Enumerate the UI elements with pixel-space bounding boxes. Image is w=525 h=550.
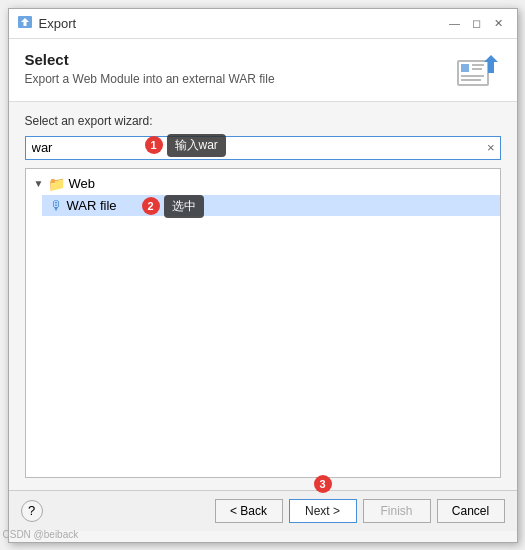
header-title: Select [25,51,275,68]
search-row: × [25,136,501,160]
finish-button[interactable]: Finish [363,499,431,523]
title-bar-left: Export [17,15,77,31]
chevron-down-icon: ▼ [34,178,44,189]
tree-children: 🎙 WAR file 2 选中 [26,195,500,216]
header-text: Select Export a Web Module into an exter… [25,51,275,86]
restore-button[interactable]: ◻ [467,13,487,33]
title-controls: — ◻ ✕ [445,13,509,33]
war-file-row: 🎙 WAR file 2 选中 [42,195,500,216]
svg-rect-7 [461,79,481,81]
header-description: Export a Web Module into an external WAR… [25,72,275,86]
footer-section: ? < Back Next > 3 Finish Cancel [9,490,517,531]
war-file-icon: 🎙 [50,198,63,213]
close-button[interactable]: ✕ [489,13,509,33]
export-large-icon [456,53,498,89]
svg-rect-5 [472,68,482,70]
title-bar: Export — ◻ ✕ [9,9,517,39]
folder-icon: 📁 [48,176,65,192]
clear-button[interactable]: × [485,141,497,154]
minimize-button[interactable]: — [445,13,465,33]
window-title: Export [39,16,77,31]
search-container: × 1 输入war [25,136,501,160]
watermark: CSDN @beiback [3,529,511,540]
header-section: Select Export a Web Module into an exter… [9,39,517,102]
wizard-label: Select an export wizard: [25,114,501,128]
footer-right: < Back Next > 3 Finish Cancel [215,499,505,523]
back-button[interactable]: < Back [215,499,283,523]
tree-item-label: WAR file [67,198,117,213]
svg-rect-4 [472,64,484,66]
export-icon [17,15,33,31]
tree-item-war[interactable]: 🎙 WAR file [42,195,500,216]
tree-container[interactable]: ▼ 📁 Web 🎙 WAR file 2 选中 [25,168,501,478]
tree-parent-web[interactable]: ▼ 📁 Web [26,173,500,195]
tree-group: ▼ 📁 Web 🎙 WAR file 2 选中 [26,173,500,216]
next-btn-container: Next > 3 [289,499,357,523]
export-dialog: Export — ◻ ✕ Select Export a Web Module … [8,8,518,543]
svg-marker-8 [484,55,498,73]
svg-rect-6 [461,75,484,77]
help-button[interactable]: ? [21,500,43,522]
tree-group-label: Web [69,176,96,191]
cancel-button[interactable]: Cancel [437,499,505,523]
content-section: Select an export wizard: × 1 输入war ▼ 📁 W… [9,102,517,490]
search-input[interactable] [25,136,501,160]
svg-rect-3 [461,64,469,72]
header-icon-container [453,51,501,91]
next-button[interactable]: Next > [289,499,357,523]
